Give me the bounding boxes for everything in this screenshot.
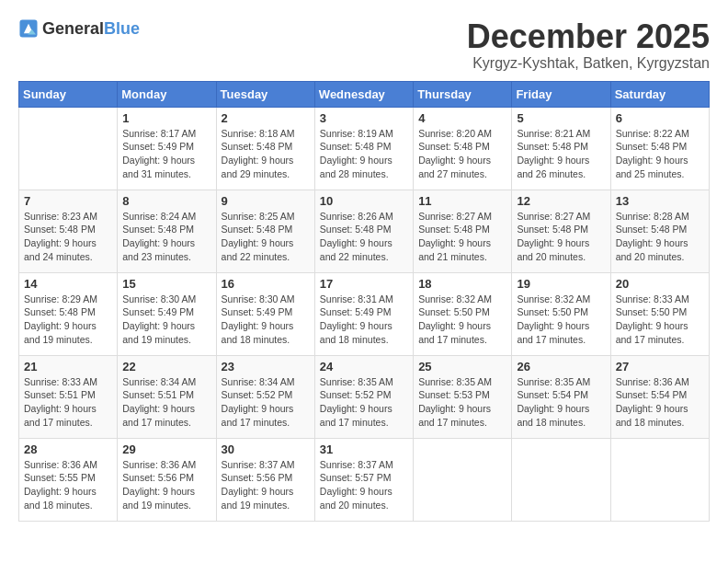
day-info: Sunrise: 8:28 AMSunset: 5:48 PMDaylight:… xyxy=(616,210,704,264)
calendar-cell: 17Sunrise: 8:31 AMSunset: 5:49 PMDayligh… xyxy=(314,272,413,355)
day-info: Sunrise: 8:23 AMSunset: 5:48 PMDaylight:… xyxy=(24,210,112,264)
day-number: 15 xyxy=(122,277,210,291)
day-number: 19 xyxy=(517,277,605,291)
weekday-header-saturday: Saturday xyxy=(610,81,709,107)
weekday-header-wednesday: Wednesday xyxy=(314,81,413,107)
day-info: Sunrise: 8:34 AMSunset: 5:52 PMDaylight:… xyxy=(222,375,310,430)
calendar-cell: 28Sunrise: 8:36 AMSunset: 5:55 PMDayligh… xyxy=(19,438,118,521)
day-number: 22 xyxy=(122,360,210,373)
calendar-cell: 9Sunrise: 8:25 AMSunset: 5:48 PMDaylight… xyxy=(216,190,314,272)
calendar-week-4: 21Sunrise: 8:33 AMSunset: 5:51 PMDayligh… xyxy=(19,355,710,438)
day-info: Sunrise: 8:18 AMSunset: 5:48 PMDaylight:… xyxy=(222,127,310,181)
calendar-cell: 20Sunrise: 8:33 AMSunset: 5:50 PMDayligh… xyxy=(610,272,709,355)
day-number: 26 xyxy=(517,360,605,373)
logo-blue-text: Blue xyxy=(104,19,140,38)
weekday-header-tuesday: Tuesday xyxy=(216,81,314,107)
day-number: 5 xyxy=(517,111,605,125)
day-number: 2 xyxy=(222,111,310,125)
day-number: 14 xyxy=(24,277,112,291)
weekday-header-thursday: Thursday xyxy=(414,81,512,107)
calendar-cell: 13Sunrise: 8:28 AMSunset: 5:48 PMDayligh… xyxy=(610,190,709,272)
day-info: Sunrise: 8:30 AMSunset: 5:49 PMDaylight:… xyxy=(222,293,310,347)
day-number: 10 xyxy=(320,194,408,208)
calendar-cell xyxy=(610,438,709,521)
calendar-week-5: 28Sunrise: 8:36 AMSunset: 5:55 PMDayligh… xyxy=(19,438,710,521)
day-info: Sunrise: 8:19 AMSunset: 5:48 PMDaylight:… xyxy=(320,127,408,181)
day-info: Sunrise: 8:24 AMSunset: 5:48 PMDaylight:… xyxy=(122,210,210,264)
day-info: Sunrise: 8:31 AMSunset: 5:49 PMDaylight:… xyxy=(320,293,408,347)
calendar-week-2: 7Sunrise: 8:23 AMSunset: 5:48 PMDaylight… xyxy=(19,190,710,272)
logo-general-text: General xyxy=(42,19,104,38)
day-info: Sunrise: 8:36 AMSunset: 5:55 PMDaylight:… xyxy=(24,458,112,512)
day-number: 25 xyxy=(418,360,506,373)
calendar-cell: 11Sunrise: 8:27 AMSunset: 5:48 PMDayligh… xyxy=(414,190,512,272)
logo: GeneralBlue xyxy=(18,18,140,39)
location-title: Kyrgyz-Kyshtak, Batken, Kyrgyzstan xyxy=(467,55,710,72)
day-number: 31 xyxy=(320,442,408,456)
calendar-cell xyxy=(512,438,610,521)
day-info: Sunrise: 8:21 AMSunset: 5:48 PMDaylight:… xyxy=(517,127,605,181)
calendar-cell: 21Sunrise: 8:33 AMSunset: 5:51 PMDayligh… xyxy=(19,355,118,438)
day-info: Sunrise: 8:33 AMSunset: 5:51 PMDaylight:… xyxy=(24,375,112,430)
calendar-cell: 22Sunrise: 8:34 AMSunset: 5:51 PMDayligh… xyxy=(118,355,216,438)
day-number: 23 xyxy=(222,360,310,373)
day-number: 27 xyxy=(616,360,704,373)
calendar-body: 1Sunrise: 8:17 AMSunset: 5:49 PMDaylight… xyxy=(19,107,710,521)
calendar-cell: 29Sunrise: 8:36 AMSunset: 5:56 PMDayligh… xyxy=(118,438,216,521)
day-info: Sunrise: 8:29 AMSunset: 5:48 PMDaylight:… xyxy=(24,293,112,347)
day-number: 16 xyxy=(222,277,310,291)
calendar-cell: 30Sunrise: 8:37 AMSunset: 5:56 PMDayligh… xyxy=(216,438,314,521)
day-number: 4 xyxy=(418,111,506,125)
calendar-cell: 24Sunrise: 8:35 AMSunset: 5:52 PMDayligh… xyxy=(314,355,413,438)
weekday-header-friday: Friday xyxy=(512,81,610,107)
day-number: 29 xyxy=(122,442,210,456)
calendar-cell: 31Sunrise: 8:37 AMSunset: 5:57 PMDayligh… xyxy=(314,438,413,521)
title-area: December 2025 Kyrgyz-Kyshtak, Batken, Ky… xyxy=(467,18,710,72)
calendar-cell: 18Sunrise: 8:32 AMSunset: 5:50 PMDayligh… xyxy=(414,272,512,355)
calendar-cell: 16Sunrise: 8:30 AMSunset: 5:49 PMDayligh… xyxy=(216,272,314,355)
calendar-cell: 15Sunrise: 8:30 AMSunset: 5:49 PMDayligh… xyxy=(118,272,216,355)
calendar-cell: 25Sunrise: 8:35 AMSunset: 5:53 PMDayligh… xyxy=(414,355,512,438)
month-title: December 2025 xyxy=(467,18,710,55)
day-number: 28 xyxy=(24,442,112,456)
calendar-week-1: 1Sunrise: 8:17 AMSunset: 5:49 PMDaylight… xyxy=(19,107,710,190)
day-info: Sunrise: 8:35 AMSunset: 5:54 PMDaylight:… xyxy=(517,375,605,430)
day-info: Sunrise: 8:35 AMSunset: 5:52 PMDaylight:… xyxy=(320,375,408,430)
calendar-cell: 12Sunrise: 8:27 AMSunset: 5:48 PMDayligh… xyxy=(512,190,610,272)
day-number: 12 xyxy=(517,194,605,208)
day-number: 8 xyxy=(122,194,210,208)
day-number: 21 xyxy=(24,360,112,373)
day-number: 20 xyxy=(616,277,704,291)
day-info: Sunrise: 8:25 AMSunset: 5:48 PMDaylight:… xyxy=(222,210,310,264)
day-number: 6 xyxy=(616,111,704,125)
day-info: Sunrise: 8:17 AMSunset: 5:49 PMDaylight:… xyxy=(122,127,210,181)
day-info: Sunrise: 8:32 AMSunset: 5:50 PMDaylight:… xyxy=(517,293,605,347)
day-info: Sunrise: 8:20 AMSunset: 5:48 PMDaylight:… xyxy=(418,127,506,181)
calendar-cell: 3Sunrise: 8:19 AMSunset: 5:48 PMDaylight… xyxy=(314,107,413,190)
header: GeneralBlue December 2025 Kyrgyz-Kyshtak… xyxy=(18,18,710,72)
day-number: 24 xyxy=(320,360,408,373)
day-info: Sunrise: 8:27 AMSunset: 5:48 PMDaylight:… xyxy=(517,210,605,264)
day-info: Sunrise: 8:22 AMSunset: 5:48 PMDaylight:… xyxy=(616,127,704,181)
day-info: Sunrise: 8:27 AMSunset: 5:48 PMDaylight:… xyxy=(418,210,506,264)
calendar-cell: 14Sunrise: 8:29 AMSunset: 5:48 PMDayligh… xyxy=(19,272,118,355)
calendar-cell: 6Sunrise: 8:22 AMSunset: 5:48 PMDaylight… xyxy=(610,107,709,190)
day-number: 3 xyxy=(320,111,408,125)
day-number: 13 xyxy=(616,194,704,208)
calendar-cell: 4Sunrise: 8:20 AMSunset: 5:48 PMDaylight… xyxy=(414,107,512,190)
calendar-cell: 2Sunrise: 8:18 AMSunset: 5:48 PMDaylight… xyxy=(216,107,314,190)
calendar-cell: 19Sunrise: 8:32 AMSunset: 5:50 PMDayligh… xyxy=(512,272,610,355)
day-number: 17 xyxy=(320,277,408,291)
logo-icon xyxy=(18,18,39,39)
day-info: Sunrise: 8:33 AMSunset: 5:50 PMDaylight:… xyxy=(616,293,704,347)
calendar-cell: 10Sunrise: 8:26 AMSunset: 5:48 PMDayligh… xyxy=(314,190,413,272)
calendar-week-3: 14Sunrise: 8:29 AMSunset: 5:48 PMDayligh… xyxy=(19,272,710,355)
day-info: Sunrise: 8:37 AMSunset: 5:57 PMDaylight:… xyxy=(320,458,408,512)
weekday-header-monday: Monday xyxy=(118,81,216,107)
day-info: Sunrise: 8:32 AMSunset: 5:50 PMDaylight:… xyxy=(418,293,506,347)
weekday-header-row: SundayMondayTuesdayWednesdayThursdayFrid… xyxy=(19,81,710,107)
calendar-cell: 27Sunrise: 8:36 AMSunset: 5:54 PMDayligh… xyxy=(610,355,709,438)
calendar-cell: 26Sunrise: 8:35 AMSunset: 5:54 PMDayligh… xyxy=(512,355,610,438)
day-info: Sunrise: 8:34 AMSunset: 5:51 PMDaylight:… xyxy=(122,375,210,430)
calendar-cell: 1Sunrise: 8:17 AMSunset: 5:49 PMDaylight… xyxy=(118,107,216,190)
